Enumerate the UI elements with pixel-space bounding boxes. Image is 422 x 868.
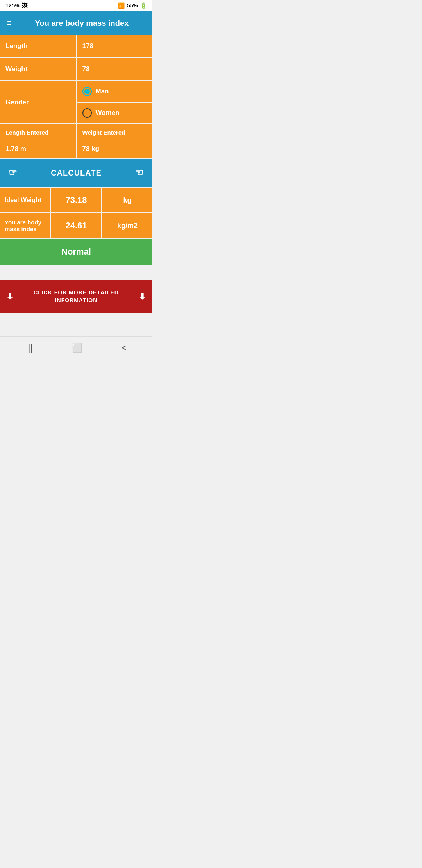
man-label: Man	[96, 88, 109, 95]
length-row: Length	[0, 35, 152, 58]
bmi-row: You are body mass index 24.61 kg/m2	[0, 213, 152, 238]
status-left: 12:26 🖼	[5, 2, 27, 9]
weight-label: Weight	[0, 58, 76, 80]
length-input[interactable]	[82, 42, 147, 50]
right-hand-icon: ☜	[135, 167, 144, 178]
right-download-icon: ⬇	[139, 292, 146, 302]
ideal-weight-unit: kg	[102, 188, 152, 212]
home-button[interactable]: ⬜	[72, 343, 82, 353]
length-entered-value: 1.78 m	[0, 140, 76, 158]
length-input-cell[interactable]	[77, 35, 153, 57]
photo-icon: 🖼	[22, 2, 27, 9]
man-radio-inner	[84, 89, 90, 94]
weight-entered-header: Weight Entered	[77, 124, 153, 140]
gender-women-option[interactable]: Women	[77, 103, 153, 123]
ideal-weight-value: 73.18	[51, 188, 101, 212]
calculate-label: CALCULATE	[51, 169, 102, 178]
battery-icon: 🔋	[140, 2, 147, 9]
length-entered-header: Length Entered	[0, 124, 76, 140]
weight-input[interactable]	[82, 65, 147, 73]
entered-headers: Length Entered Weight Entered	[0, 124, 152, 140]
gender-label: Gender	[0, 81, 76, 123]
women-radio-button[interactable]	[82, 108, 92, 118]
gender-section: Gender Man Women	[0, 81, 152, 123]
women-label: Women	[96, 109, 120, 117]
recent-apps-button[interactable]: |||	[26, 343, 32, 353]
left-hand-icon: ☞	[9, 167, 18, 178]
left-download-icon: ⬇	[6, 292, 14, 302]
time: 12:26	[5, 2, 20, 9]
length-label: Length	[0, 35, 76, 57]
calculate-button[interactable]: ☞ CALCULATE ☜	[0, 159, 152, 187]
battery-level: 55%	[127, 2, 138, 9]
weight-entered-value: 78 kg	[77, 140, 153, 158]
back-button[interactable]: <	[122, 343, 127, 353]
entered-values: 1.78 m 78 kg	[0, 140, 152, 158]
more-info-button[interactable]: ⬇ CLICK FOR MORE DETAILED INFORMATION ⬇	[0, 280, 152, 313]
weight-input-cell[interactable]	[77, 58, 153, 80]
bmi-unit: kg/m2	[102, 213, 152, 238]
signal-icon: 📶	[118, 2, 125, 9]
status-right: 📶 55% 🔋	[118, 2, 147, 9]
more-info-label: CLICK FOR MORE DETAILED INFORMATION	[14, 289, 139, 304]
man-radio-button[interactable]	[82, 87, 92, 96]
gender-man-option[interactable]: Man	[77, 81, 153, 102]
bottom-navigation: ||| ⬜ <	[0, 336, 152, 359]
status-badge: Normal	[0, 239, 152, 265]
ideal-weight-label: Ideal Weight	[0, 188, 50, 212]
bmi-value: 24.61	[51, 213, 101, 238]
app-header: ≡ You are body mass index	[0, 11, 152, 35]
hamburger-menu-button[interactable]: ≡	[6, 18, 11, 28]
status-bar: 12:26 🖼 📶 55% 🔋	[0, 0, 152, 11]
bmi-label: You are body mass index	[0, 213, 50, 238]
gender-options: Man Women	[77, 81, 153, 123]
ideal-weight-row: Ideal Weight 73.18 kg	[0, 188, 152, 212]
weight-row: Weight	[0, 58, 152, 81]
header-title: You are body mass index	[18, 19, 146, 28]
